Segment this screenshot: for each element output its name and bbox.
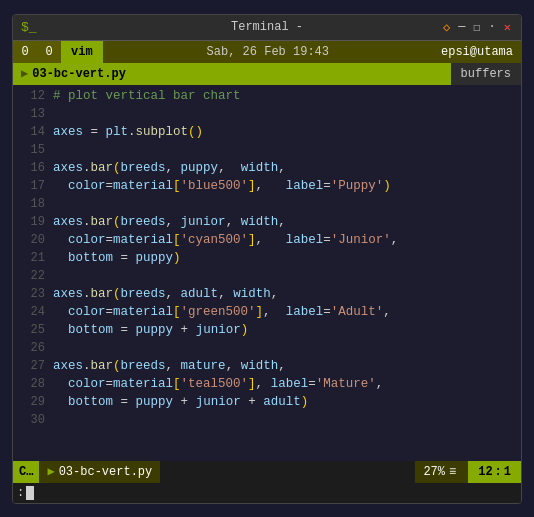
code-area: 12 # plot vertical bar chart 13 14 axes … xyxy=(13,85,521,461)
terminal-prompt-icon: $_ xyxy=(21,20,37,35)
command-line: : xyxy=(13,483,521,503)
code-line-18: 18 xyxy=(13,195,521,213)
line-content-28: color=material['teal500'], label='Mature… xyxy=(53,375,383,393)
vim-mode: C… xyxy=(13,461,39,483)
line-num-12: 12 xyxy=(17,87,45,105)
separator: : xyxy=(495,465,502,479)
line-num-20: 20 xyxy=(17,231,45,249)
minimize-icon[interactable]: — xyxy=(456,20,467,34)
tab-1[interactable]: 0 xyxy=(37,41,61,63)
line-num-16: 16 xyxy=(17,159,45,177)
datetime-display: Sab, 26 Feb 19:43 xyxy=(103,45,433,59)
code-line-22: 22 xyxy=(13,267,521,285)
window-title: Terminal - xyxy=(231,20,303,34)
window-controls: ◇ — ☐ · ✕ xyxy=(441,20,513,35)
line-num-21: 21 xyxy=(17,249,45,267)
line-num-24: 24 xyxy=(17,303,45,321)
dot-icon: · xyxy=(487,20,498,34)
line-num-14: 14 xyxy=(17,123,45,141)
bottom-status-bar: C… ▶ 03-bc-vert.py 27% ≡ 12 : 1 xyxy=(13,461,521,483)
line-content-20: color=material['cyan500'], label='Junior… xyxy=(53,231,398,249)
line-num-23: 23 xyxy=(17,285,45,303)
code-line-19: 19 axes.bar(breeds, junior, width, xyxy=(13,213,521,231)
line-number: 12 xyxy=(478,465,492,479)
line-num-28: 28 xyxy=(17,375,45,393)
maximize-icon[interactable]: ☐ xyxy=(471,20,482,35)
line-content-21: bottom = puppy) xyxy=(53,249,181,267)
title-bar: $_ Terminal - ◇ — ☐ · ✕ xyxy=(13,15,521,41)
line-content-14: axes = plt.subplot() xyxy=(53,123,203,141)
cmd-cursor xyxy=(26,486,34,500)
line-num-29: 29 xyxy=(17,393,45,411)
line-num-18: 18 xyxy=(17,195,45,213)
code-line-23: 23 axes.bar(breeds, adult, width, xyxy=(13,285,521,303)
code-line-20: 20 color=material['cyan500'], label='Jun… xyxy=(13,231,521,249)
line-content-16: axes.bar(breeds, puppy, width, xyxy=(53,159,286,177)
bottom-arrow-icon: ▶ xyxy=(47,464,54,479)
line-content-24: color=material['green500'], label='Adult… xyxy=(53,303,391,321)
tab-vim[interactable]: vim xyxy=(61,41,103,63)
top-status-bar: 0 0 vim Sab, 26 Feb 19:43 epsi@utama xyxy=(13,41,521,63)
code-line-21: 21 bottom = puppy) xyxy=(13,249,521,267)
line-num-15: 15 xyxy=(17,141,45,159)
code-line-26: 26 xyxy=(13,339,521,357)
file-name: 03-bc-vert.py xyxy=(32,67,126,81)
percent-value: 27% xyxy=(423,465,445,479)
file-arrow-icon: ▶ xyxy=(21,66,28,81)
code-line-29: 29 bottom = puppy + junior + adult) xyxy=(13,393,521,411)
equiv-icon: ≡ xyxy=(449,465,456,479)
line-num-22: 22 xyxy=(17,267,45,285)
code-line-27: 27 axes.bar(breeds, mature, width, xyxy=(13,357,521,375)
line-num-27: 27 xyxy=(17,357,45,375)
line-content-27: axes.bar(breeds, mature, width, xyxy=(53,357,286,375)
bottom-lineinfo: 12 : 1 xyxy=(468,461,521,483)
code-line-28: 28 color=material['teal500'], label='Mat… xyxy=(13,375,521,393)
line-content-17: color=material['blue500'], label='Puppy'… xyxy=(53,177,391,195)
line-content-29: bottom = puppy + junior + adult) xyxy=(53,393,308,411)
bottom-percent: 27% ≡ xyxy=(415,461,468,483)
line-content-19: axes.bar(breeds, junior, width, xyxy=(53,213,286,231)
tab-0[interactable]: 0 xyxy=(13,41,37,63)
line-content-25: bottom = puppy + junior) xyxy=(53,321,248,339)
code-line-17: 17 color=material['blue500'], label='Pup… xyxy=(13,177,521,195)
line-num-30: 30 xyxy=(17,411,45,429)
code-line-16: 16 axes.bar(breeds, puppy, width, xyxy=(13,159,521,177)
file-bar: ▶ 03-bc-vert.py buffers xyxy=(13,63,521,85)
cmd-colon: : xyxy=(17,486,24,500)
diamond-icon[interactable]: ◇ xyxy=(441,20,452,35)
line-num-19: 19 xyxy=(17,213,45,231)
terminal-window: $_ Terminal - ◇ — ☐ · ✕ 0 0 vim Sab, 26 … xyxy=(12,14,522,504)
line-num-13: 13 xyxy=(17,105,45,123)
code-line-13: 13 xyxy=(13,105,521,123)
line-num-17: 17 xyxy=(17,177,45,195)
code-line-14: 14 axes = plt.subplot() xyxy=(13,123,521,141)
code-line-24: 24 color=material['green500'], label='Ad… xyxy=(13,303,521,321)
buffers-label: buffers xyxy=(451,63,521,85)
line-num-25: 25 xyxy=(17,321,45,339)
code-line-15: 15 xyxy=(13,141,521,159)
line-num-26: 26 xyxy=(17,339,45,357)
code-line-25: 25 bottom = puppy + junior) xyxy=(13,321,521,339)
bottom-filename: 03-bc-vert.py xyxy=(59,465,153,479)
col-number: 1 xyxy=(504,465,511,479)
user-display: epsi@utama xyxy=(433,45,521,59)
code-line-30: 30 xyxy=(13,411,521,429)
bottom-file-section: ▶ 03-bc-vert.py xyxy=(39,461,160,483)
close-icon[interactable]: ✕ xyxy=(502,20,513,35)
line-content-23: axes.bar(breeds, adult, width, xyxy=(53,285,278,303)
line-content-12: # plot vertical bar chart xyxy=(53,87,241,105)
title-bar-left: $_ xyxy=(21,20,37,35)
code-line-12: 12 # plot vertical bar chart xyxy=(13,87,521,105)
